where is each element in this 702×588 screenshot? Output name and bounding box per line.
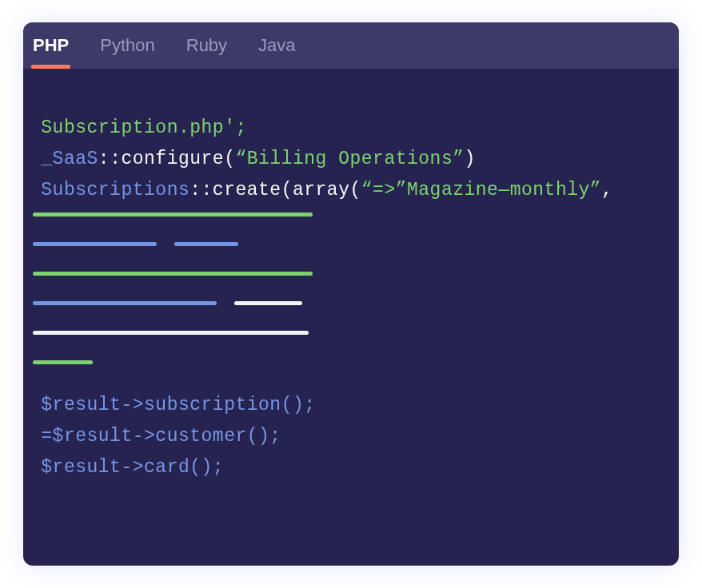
- code-text: ): [465, 149, 476, 169]
- code-line-result-2: =$result->customer();: [30, 421, 679, 452]
- bar-row: [33, 331, 679, 335]
- placeholder-bar: [33, 331, 309, 335]
- code-line-3: Subscriptions::create(array(“=>”Magazine…: [30, 175, 679, 206]
- bar-row: [33, 301, 679, 305]
- result-code: $result->subscription(); =$result->custo…: [30, 390, 679, 483]
- tab-python[interactable]: Python: [98, 24, 157, 67]
- placeholder-bar: [33, 272, 313, 276]
- code-text: ,: [601, 180, 612, 201]
- tab-java[interactable]: Java: [257, 24, 297, 67]
- placeholder-bar: [174, 242, 238, 246]
- placeholder-bar: [33, 301, 217, 305]
- language-tabs: PHP Python Ruby Java: [23, 22, 679, 69]
- code-text: ::configure(: [98, 149, 236, 169]
- code-line-2: _SaaS::configure(“Billing Operations”): [30, 144, 679, 175]
- code-text: ::create(array(: [189, 180, 361, 201]
- code-text: _SaaS: [30, 149, 98, 169]
- placeholder-bars: [30, 213, 679, 364]
- placeholder-bar: [33, 360, 93, 364]
- code-text: Subscription.php';: [30, 117, 247, 138]
- tab-ruby[interactable]: Ruby: [185, 24, 229, 67]
- placeholder-bar: [33, 242, 157, 246]
- code-text: “=>”Magazine—monthly”: [361, 180, 601, 201]
- placeholder-bar: [234, 301, 302, 305]
- tab-php[interactable]: PHP: [31, 24, 70, 67]
- code-text: Subscriptions: [30, 180, 189, 201]
- placeholder-bar: [33, 213, 313, 217]
- bar-row: [33, 272, 679, 276]
- code-line-1: Subscription.php';: [30, 113, 679, 144]
- bar-row: [33, 242, 679, 246]
- bar-row: [33, 360, 679, 364]
- bar-row: [33, 213, 679, 217]
- code-line-result-3: $result->card();: [30, 452, 679, 483]
- code-text: “Billing Operations”: [235, 149, 464, 169]
- code-line-result-1: $result->subscription();: [30, 390, 679, 421]
- code-editor: Subscription.php'; _SaaS::configure(“Bil…: [23, 69, 679, 566]
- code-window: PHP Python Ruby Java Subscription.php'; …: [23, 22, 679, 566]
